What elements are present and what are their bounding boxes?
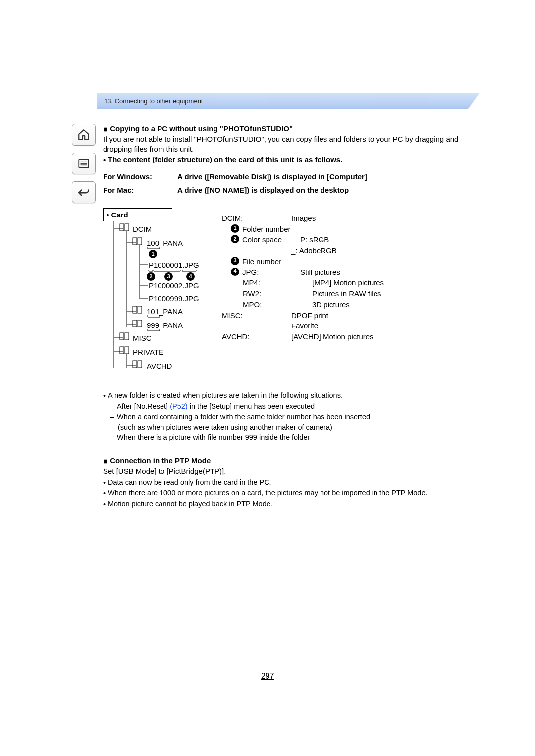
os-windows-row: For Windows: A drive ([Removable Disk]) … — [103, 172, 477, 181]
note-3: When there is a picture with file number… — [117, 432, 310, 443]
note-1a: After [No.Reset] — [117, 402, 170, 410]
svg-rect-31 — [138, 361, 142, 368]
section2-title: ∎ Connection in the PTP Mode — [103, 456, 477, 466]
list-icon — [77, 157, 90, 170]
chapter-label: 13. Connecting to other equipment — [104, 97, 203, 105]
svg-rect-23 — [120, 333, 124, 340]
legend-badge-4: 4 — [231, 268, 239, 276]
page-content: ∎ Copying to a PC without using "PHOTOfu… — [103, 124, 477, 510]
tree-private: PRIVATE — [133, 348, 163, 356]
ptp-note-3: Motion picture cannot be played back in … — [108, 499, 477, 510]
ptp-note-2: When there are 1000 or more pictures on … — [108, 488, 477, 499]
legend-table: DCIM:Images 1Folder number 2Color spaceP… — [222, 213, 477, 342]
nav-rail — [72, 124, 95, 210]
section2-body: Set [USB Mode] to [PictBridge(PTP)]. — [103, 466, 477, 477]
page-number[interactable]: 297 — [0, 672, 535, 681]
badge-2: 2 — [147, 272, 155, 281]
back-button[interactable] — [72, 181, 96, 203]
os-mac-row: For Mac: A drive ([NO NAME]) is displaye… — [103, 186, 477, 194]
tree-file-999: P1000999.JPG — [149, 294, 199, 303]
tree-999pana: 999_PANA — [147, 321, 183, 329]
home-icon — [77, 128, 90, 141]
ptp-note-1: Data can now be read only from the card … — [108, 477, 477, 488]
section1-title: ∎ Copying to a PC without using "PHOTOfu… — [103, 124, 477, 134]
note-1: A new folder is created when pictures ar… — [108, 390, 477, 401]
home-button[interactable] — [72, 124, 96, 146]
manual-page: 13. Connecting to other equipment ∎ Copy… — [0, 0, 535, 756]
tree-file-2: P1000002.JPG — [149, 281, 199, 290]
svg-rect-6 — [120, 224, 124, 231]
tree-misc: MISC — [133, 334, 152, 342]
tree-100pana: 100_PANA — [147, 239, 183, 247]
note-2b: (such as when pictures were taken using … — [103, 422, 477, 432]
legend-badge-2: 2 — [231, 235, 239, 243]
note-2: When a card containing a folder with the… — [117, 412, 370, 422]
svg-rect-10 — [133, 238, 137, 245]
badge-3: 3 — [164, 272, 173, 281]
svg-rect-7 — [125, 224, 129, 231]
back-arrow-icon — [77, 186, 90, 199]
section1-body: If you are not able to install "PHOTOfun… — [103, 134, 477, 155]
folder-structure-diagram: • Card — [103, 208, 477, 386]
tree-file-1: P1000001.JPG — [149, 261, 199, 269]
toc-button[interactable] — [72, 153, 96, 174]
legend-badge-1: 1 — [231, 224, 239, 233]
page-ref-link[interactable]: (P52) — [170, 402, 187, 410]
svg-rect-20 — [133, 320, 137, 327]
folder-notes: •A new folder is created when pictures a… — [103, 390, 477, 443]
structure-note: •The content (folder structure) on the c… — [103, 155, 477, 165]
tree-101pana: 101_PANA — [147, 307, 183, 316]
tree-avchd: AVCHD — [147, 362, 172, 370]
svg-rect-11 — [138, 238, 142, 245]
svg-rect-18 — [138, 306, 142, 313]
svg-rect-17 — [133, 306, 137, 313]
svg-rect-30 — [133, 361, 137, 368]
badge-4: 4 — [186, 272, 195, 281]
note-1b: in the [Setup] menu has been executed — [188, 402, 315, 410]
badge-1: 1 — [149, 250, 157, 258]
legend-badge-3: 3 — [231, 257, 239, 265]
svg-rect-27 — [125, 347, 129, 354]
tree-dcim: DCIM — [133, 225, 152, 233]
svg-rect-26 — [120, 347, 124, 354]
svg-rect-24 — [125, 333, 129, 340]
svg-rect-21 — [138, 320, 142, 327]
